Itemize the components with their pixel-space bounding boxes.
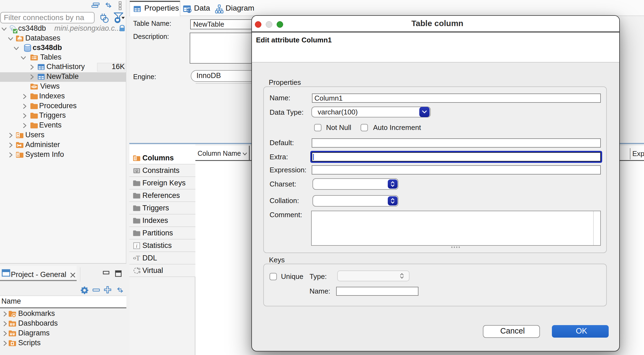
svg-text:i: i [136,243,137,249]
svg-text:T: T [136,254,140,262]
